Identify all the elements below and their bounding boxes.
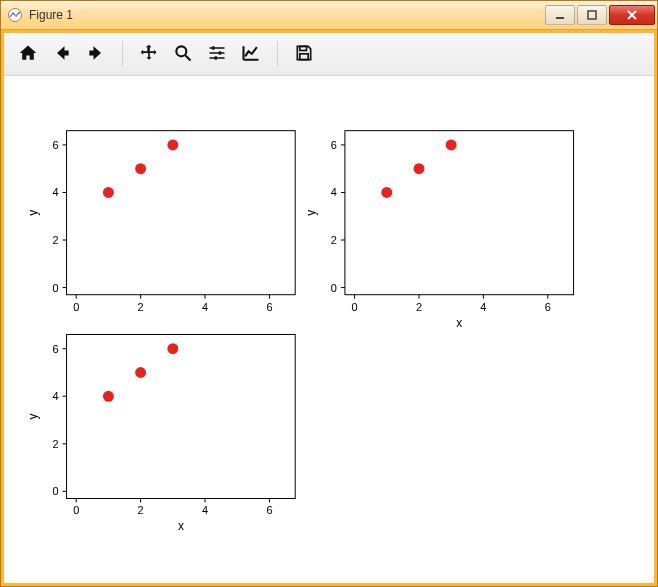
svg-point-50 <box>381 187 392 198</box>
home-icon <box>18 43 38 66</box>
svg-text:y: y <box>26 210 40 216</box>
svg-point-52 <box>446 139 457 150</box>
svg-text:x: x <box>178 519 184 533</box>
svg-text:6: 6 <box>266 301 272 313</box>
svg-rect-8 <box>300 46 307 50</box>
svg-text:6: 6 <box>266 504 272 516</box>
svg-point-73 <box>135 367 146 378</box>
svg-point-28 <box>103 187 114 198</box>
svg-point-72 <box>103 391 114 402</box>
svg-text:2: 2 <box>138 301 144 313</box>
svg-text:4: 4 <box>53 390 59 402</box>
chart-line-icon <box>241 43 261 66</box>
svg-text:2: 2 <box>53 234 59 246</box>
svg-text:4: 4 <box>202 504 208 516</box>
svg-point-30 <box>167 139 178 150</box>
svg-rect-7 <box>215 56 218 59</box>
svg-text:2: 2 <box>53 438 59 450</box>
zoom-button[interactable] <box>167 38 199 70</box>
svg-text:4: 4 <box>480 301 486 313</box>
svg-point-51 <box>414 163 425 174</box>
home-button[interactable] <box>12 38 44 70</box>
svg-text:4: 4 <box>331 186 337 198</box>
svg-rect-3 <box>588 11 596 19</box>
svg-point-1 <box>15 15 17 17</box>
svg-rect-9 <box>300 53 308 59</box>
close-button[interactable] <box>609 5 655 25</box>
toolbar-separator <box>277 41 278 67</box>
configure-button[interactable] <box>201 38 233 70</box>
forward-arrow-icon <box>86 43 106 66</box>
svg-text:6: 6 <box>331 139 337 151</box>
svg-text:4: 4 <box>202 301 208 313</box>
maximize-button[interactable] <box>577 5 607 25</box>
window-title: Figure 1 <box>29 8 543 22</box>
svg-rect-5 <box>212 46 215 49</box>
svg-point-29 <box>135 163 146 174</box>
svg-text:x: x <box>456 316 462 330</box>
svg-text:6: 6 <box>53 343 59 355</box>
sliders-icon <box>207 43 227 66</box>
svg-text:y: y <box>26 413 40 419</box>
app-window: Figure 1 <box>0 0 658 587</box>
svg-rect-10 <box>67 131 296 295</box>
edit-axes-button[interactable] <box>235 38 267 70</box>
svg-rect-6 <box>219 51 222 54</box>
content-pane: 02460246y02460246xy02460246xy <box>4 33 654 583</box>
back-button[interactable] <box>46 38 78 70</box>
svg-text:6: 6 <box>53 139 59 151</box>
svg-rect-2 <box>556 17 564 19</box>
svg-text:0: 0 <box>352 301 358 313</box>
svg-text:0: 0 <box>53 282 59 294</box>
move-icon <box>139 43 159 66</box>
svg-text:0: 0 <box>73 504 79 516</box>
forward-button[interactable] <box>80 38 112 70</box>
svg-rect-31 <box>345 131 574 295</box>
back-arrow-icon <box>52 43 72 66</box>
titlebar[interactable]: Figure 1 <box>1 1 657 30</box>
svg-text:2: 2 <box>138 504 144 516</box>
svg-text:2: 2 <box>331 234 337 246</box>
svg-point-74 <box>167 343 178 354</box>
toolbar-separator <box>122 41 123 67</box>
zoom-icon <box>173 43 193 66</box>
figure-svg: 02460246y02460246xy02460246xy <box>4 76 654 583</box>
save-icon <box>294 43 314 66</box>
svg-text:0: 0 <box>73 301 79 313</box>
app-icon <box>7 7 23 23</box>
figure-canvas[interactable]: 02460246y02460246xy02460246xy <box>4 76 654 583</box>
svg-text:4: 4 <box>53 186 59 198</box>
minimize-button[interactable] <box>545 5 575 25</box>
svg-text:0: 0 <box>331 282 337 294</box>
svg-point-4 <box>176 46 186 56</box>
pan-button[interactable] <box>133 38 165 70</box>
svg-text:2: 2 <box>416 301 422 313</box>
svg-text:0: 0 <box>53 485 59 497</box>
svg-text:6: 6 <box>545 301 551 313</box>
svg-rect-53 <box>67 334 296 498</box>
svg-text:y: y <box>304 210 318 216</box>
toolbar <box>4 33 654 76</box>
save-button[interactable] <box>288 38 320 70</box>
